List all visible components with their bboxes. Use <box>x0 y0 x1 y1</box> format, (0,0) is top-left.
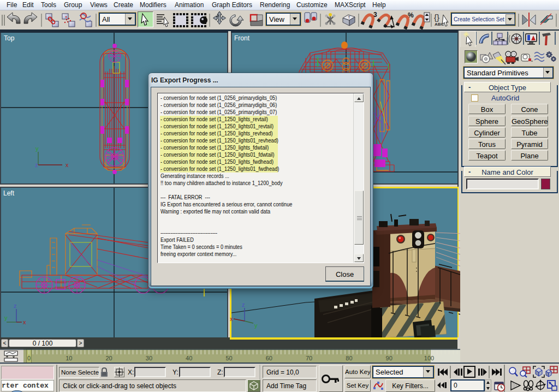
svg-text:90: 90 <box>386 355 393 361</box>
svg-text:100: 100 <box>424 355 434 361</box>
svg-text:y: y <box>35 145 39 152</box>
svg-text:y: y <box>4 314 8 321</box>
svg-text:40: 40 <box>186 355 192 361</box>
svg-text:50: 50 <box>225 355 232 361</box>
svg-text:x: x <box>23 319 26 325</box>
svg-text:70: 70 <box>306 355 312 361</box>
svg-text:3: 3 <box>373 11 377 19</box>
svg-text:z: z <box>242 301 245 308</box>
svg-text:20: 20 <box>105 355 112 361</box>
svg-text:Left: Left <box>3 189 15 197</box>
svg-text:{}: {} <box>434 13 439 22</box>
svg-text:Front: Front <box>234 34 250 42</box>
svg-text:%: % <box>408 11 414 19</box>
svg-text:z: z <box>14 302 17 309</box>
svg-text:0: 0 <box>27 355 31 361</box>
svg-text:x: x <box>66 162 69 168</box>
svg-text:Top: Top <box>4 34 15 42</box>
svg-text:z: z <box>35 162 38 168</box>
svg-text:y: y <box>254 322 258 329</box>
svg-text:x: x <box>230 316 233 322</box>
svg-text:T: T <box>348 15 350 20</box>
svg-text:30: 30 <box>146 355 152 361</box>
svg-text:80: 80 <box>346 355 352 361</box>
svg-text:10: 10 <box>66 355 72 361</box>
svg-text:60: 60 <box>266 355 272 361</box>
